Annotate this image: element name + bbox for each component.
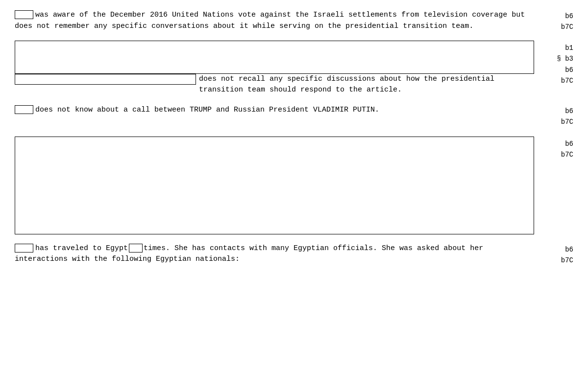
redacted-inline-block-2 — [15, 74, 196, 85]
code-b6-1: b6 — [544, 11, 573, 22]
section-5-codes: b6 b7C — [544, 243, 573, 266]
code-b6-4: b6 — [544, 138, 573, 149]
section-1: was aware of the December 2016 United Na… — [15, 10, 573, 33]
code-b7c-3: b7C — [544, 116, 573, 127]
section-5: has traveled to Egypttimes. She has cont… — [15, 243, 573, 266]
section-3: does not know about a call between TRUMP… — [15, 105, 573, 128]
section-2-codes: b1 § b3 b6 b7C — [544, 41, 573, 87]
code-b7c-1: b7C — [544, 22, 573, 32]
section-1-paragraph: was aware of the December 2016 United Na… — [15, 10, 534, 32]
section-2: does not recall any specific discussions… — [15, 41, 573, 96]
section-5-text-before: has traveled to Egypt — [35, 244, 128, 253]
section-5-text: has traveled to Egypttimes. She has cont… — [15, 243, 544, 265]
code-b7c-5: b7C — [544, 255, 573, 266]
section-2-after-text: does not recall any specific discussions… — [199, 74, 534, 96]
code-b6-5: b6 — [544, 244, 573, 255]
section-3-body: does not know about a call between TRUMP… — [35, 106, 379, 114]
section-4-text — [15, 137, 544, 234]
section-3-paragraph: does not know about a call between TRUMP… — [15, 105, 534, 116]
section-5-paragraph: has traveled to Egypttimes. She has cont… — [15, 243, 534, 265]
page-content: was aware of the December 2016 United Na… — [15, 10, 573, 266]
code-s-b3: § b3 — [544, 53, 573, 64]
section-1-body: was aware of the December 2016 United Na… — [15, 11, 525, 30]
section-1-codes: b6 b7C — [544, 10, 573, 33]
redacted-box-1 — [15, 10, 33, 19]
code-b6-2: b6 — [544, 65, 573, 75]
section-2-left: does not recall any specific discussions… — [15, 41, 544, 96]
section-4: b6 b7C — [15, 137, 573, 234]
redacted-box-3 — [15, 105, 33, 114]
redacted-block-large-1 — [15, 41, 534, 74]
redacted-box-5b — [129, 244, 143, 253]
code-b1: b1 — [544, 43, 573, 53]
code-b7c-4: b7C — [544, 149, 573, 160]
section-4-codes: b6 b7C — [544, 137, 573, 161]
section-3-codes: b6 b7C — [544, 105, 573, 128]
redacted-box-5a — [15, 244, 33, 253]
section-1-text: was aware of the December 2016 United Na… — [15, 10, 544, 32]
redacted-block-xlarge-1 — [15, 137, 534, 234]
code-b7c-2: b7C — [544, 75, 573, 86]
section-2-inline-row: does not recall any specific discussions… — [15, 74, 534, 96]
section-3-text: does not know about a call between TRUMP… — [15, 105, 544, 116]
code-b6-3: b6 — [544, 106, 573, 116]
